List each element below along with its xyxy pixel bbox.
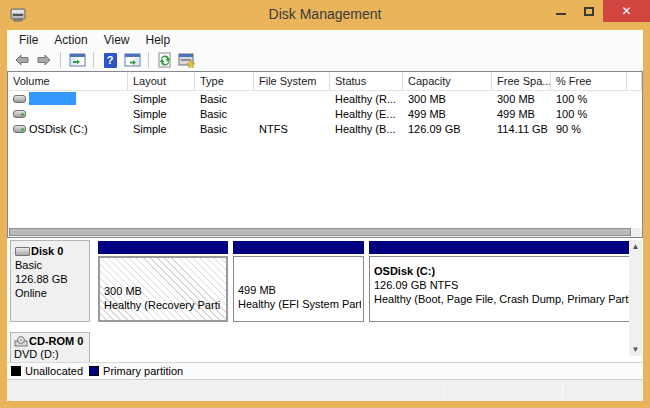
toolbar-separator <box>93 52 94 68</box>
minimize-button[interactable] <box>547 0 575 22</box>
cell-capacity: 499 MB <box>403 108 492 120</box>
back-icon[interactable] <box>13 52 31 69</box>
statusbar-divider <box>443 383 444 398</box>
volume-icon <box>13 110 26 118</box>
disk-0-row: Disk 0 Basic 126.88 GB Online 300 MB Hea… <box>10 240 640 322</box>
column-header-volume[interactable]: Volume <box>8 72 128 90</box>
cell-pct-free: 90 % <box>551 123 627 135</box>
titlebar[interactable]: Disk Management ✕ <box>0 0 650 30</box>
menu-bar: File Action View Help <box>7 30 643 49</box>
cell-layout: Simple <box>128 123 195 135</box>
column-header-pct-free[interactable]: % Free <box>551 72 627 90</box>
partition-size: 126.09 GB NTFS <box>374 278 629 292</box>
column-header-filler <box>627 72 642 90</box>
cdrom-media: DVD (D:) <box>14 348 86 361</box>
minimize-icon <box>556 13 566 15</box>
disk-status: Online <box>15 286 85 300</box>
toolbar-separator <box>148 52 149 68</box>
horizontal-scrollbar[interactable] <box>8 228 642 237</box>
partition-efi[interactable]: 499 MB Healthy (EFI System Partit <box>233 240 364 322</box>
column-header-type[interactable]: Type <box>195 72 254 90</box>
partition-body-selected[interactable]: 300 MB Healthy (Recovery Parti <box>98 256 228 322</box>
cell-status: Healthy (E... <box>330 108 403 120</box>
cdrom-0-row: CD-ROM 0 DVD (D:) <box>10 332 640 362</box>
partition-color-bar <box>233 241 364 254</box>
volume-name: OSDisk (C:) <box>29 123 88 135</box>
cell-pct-free: 100 % <box>551 93 627 105</box>
help-icon[interactable]: ? <box>101 52 119 69</box>
disk-type: Basic <box>15 258 85 272</box>
statusbar-divider <box>562 383 563 398</box>
show-console-tree-icon[interactable] <box>68 52 86 69</box>
toolbar-separator <box>60 52 61 68</box>
cell-layout: Simple <box>128 93 195 105</box>
table-row[interactable]: Simple Basic Healthy (R... 300 MB 300 MB… <box>8 91 642 106</box>
rescan-disks-icon[interactable] <box>178 52 196 69</box>
cell-type: Basic <box>195 93 254 105</box>
vertical-scrollbar[interactable]: ▲ ▼ <box>629 240 642 356</box>
disk-0-label-panel[interactable]: Disk 0 Basic 126.88 GB Online <box>10 240 90 322</box>
cell-capacity: 300 MB <box>403 93 492 105</box>
close-button[interactable]: ✕ <box>603 0 650 22</box>
volume-icon <box>13 125 26 133</box>
partition-size: 499 MB <box>238 283 361 297</box>
maximize-button[interactable] <box>575 0 603 22</box>
scroll-up-icon[interactable]: ▲ <box>629 240 642 253</box>
column-header-status[interactable]: Status <box>330 72 403 90</box>
disk-management-window: Disk Management ✕ File Action View Help <box>0 0 650 408</box>
cell-free-space: 300 MB <box>492 93 551 105</box>
column-header-file-system[interactable]: File System <box>254 72 330 90</box>
partition-status: Healthy (Boot, Page File, Crash Dump, Pr… <box>374 292 629 306</box>
cell-type: Basic <box>195 108 254 120</box>
cell-pct-free: 100 % <box>551 108 627 120</box>
partition-color-bar <box>369 241 632 254</box>
cell-status: Healthy (R... <box>330 93 403 105</box>
cell-file-system: NTFS <box>254 123 330 135</box>
menu-file[interactable]: File <box>11 31 46 49</box>
selected-volume-name <box>29 92 76 105</box>
status-bar <box>7 379 643 401</box>
cell-type: Basic <box>195 123 254 135</box>
cell-free-space: 114.11 GB <box>492 123 551 135</box>
legend-primary-partition: Primary partition <box>89 365 183 377</box>
partition-status: Healthy (EFI System Partit <box>238 297 361 311</box>
disk-name: Disk 0 <box>31 244 63 258</box>
horizontal-scrollbar-thumb[interactable] <box>9 228 631 236</box>
column-header-layout[interactable]: Layout <box>128 72 195 90</box>
partition-body[interactable]: 499 MB Healthy (EFI System Partit <box>233 256 364 322</box>
cdrom-icon <box>14 336 28 347</box>
column-header-capacity[interactable]: Capacity <box>403 72 492 90</box>
menu-action[interactable]: Action <box>46 31 95 49</box>
cdrom-name: CD-ROM 0 <box>29 335 83 348</box>
cdrom-0-label-panel[interactable]: CD-ROM 0 DVD (D:) <box>10 332 90 362</box>
table-row[interactable]: OSDisk (C:) Simple Basic NTFS Healthy (B… <box>8 121 642 136</box>
partition-body[interactable]: OSDisk (C:) 126.09 GB NTFS Healthy (Boot… <box>369 256 632 322</box>
cell-status: Healthy (B... <box>330 123 403 135</box>
volume-list-header: Volume Layout Type File System Status Ca… <box>8 72 642 91</box>
partition-status: Healthy (Recovery Parti <box>104 298 224 312</box>
partition-recovery[interactable]: 300 MB Healthy (Recovery Parti <box>98 240 228 322</box>
partition-osdisk-c[interactable]: OSDisk (C:) 126.09 GB NTFS Healthy (Boot… <box>369 240 632 322</box>
unallocated-swatch <box>11 366 21 376</box>
partition-title: OSDisk (C:) <box>374 264 629 278</box>
maximize-icon <box>584 7 594 16</box>
show-action-pane-icon[interactable] <box>123 52 141 69</box>
cell-capacity: 126.09 GB <box>403 123 492 135</box>
scroll-down-icon[interactable]: ▼ <box>629 343 642 356</box>
disk-size: 126.88 GB <box>15 272 85 286</box>
close-icon: ✕ <box>621 5 631 17</box>
legend-unallocated: Unallocated <box>11 365 83 377</box>
menu-help[interactable]: Help <box>138 31 179 49</box>
menu-view[interactable]: View <box>96 31 138 49</box>
primary-partition-swatch <box>89 366 99 376</box>
refresh-icon[interactable] <box>156 52 174 69</box>
volume-icon <box>13 95 26 103</box>
disk-icon <box>15 247 30 256</box>
legend-label: Unallocated <box>25 365 83 377</box>
legend-bar: Unallocated Primary partition <box>7 362 643 379</box>
legend-label: Primary partition <box>103 365 183 377</box>
column-header-free-space[interactable]: Free Spa... <box>492 72 551 90</box>
table-row[interactable]: Simple Basic Healthy (E... 499 MB 499 MB… <box>8 106 642 121</box>
forward-icon[interactable] <box>35 52 53 69</box>
partition-color-bar <box>98 241 228 254</box>
